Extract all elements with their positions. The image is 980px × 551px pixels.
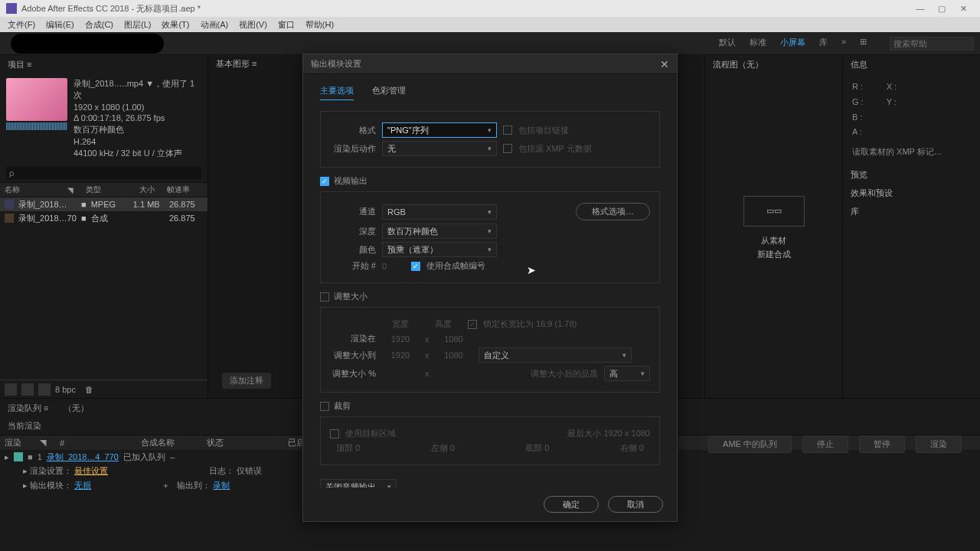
log-value[interactable]: 仅错误 [237,466,262,475]
ok-button[interactable]: 确定 [544,496,599,513]
expand-icon[interactable]: ▸ [5,452,9,462]
dialog-close-icon[interactable]: ✕ [660,58,669,70]
crop-label: 裁剪 [334,400,351,412]
row-name: 录制_2018…70 [18,213,77,224]
new-comp-label: 新建合成 [705,248,842,262]
menu-view[interactable]: 视图(V) [234,18,272,32]
render-button[interactable]: 渲染 [916,435,962,453]
menu-animation[interactable]: 动画(A) [196,18,234,32]
help-search-input[interactable] [890,37,974,51]
col-framerate[interactable]: 帧速率 [159,184,190,195]
workspace-default[interactable]: 默认 [719,37,736,51]
col-compname[interactable]: 合成名称 [141,437,202,448]
include-proj-link-checkbox[interactable] [503,126,512,135]
dialog-titlebar[interactable]: 输出模块设置 ✕ [303,54,677,74]
workspace-standard[interactable]: 标准 [750,37,766,51]
clip-dim: 1920 x 1080 (1.00) [74,103,201,112]
col-name[interactable]: 名称 [5,184,63,195]
maximize-button[interactable]: ▢ [931,2,952,15]
flowchart-tab[interactable]: 流程图（无） [705,55,842,73]
project-tab[interactable]: 项目 ≡ [0,55,207,73]
channel-label: 通道 [330,206,376,217]
render-settings-link[interactable]: 最佳设置 [74,466,108,475]
col-size[interactable]: 大小 [121,184,155,195]
col-type[interactable]: 类型 [86,184,116,195]
pause-button[interactable]: 暂停 [859,435,905,453]
trash-icon[interactable]: 🗑 [85,385,93,394]
new-comp-icon[interactable]: ▭▭ [743,196,805,227]
row-tag: ■ [81,200,87,209]
row-fr: 26.875 [165,200,195,209]
tab-color-management[interactable]: 色彩管理 [372,85,406,100]
clip-colors: 数百万种颜色 [74,124,201,135]
tab-main-options[interactable]: 主要选项 [320,85,354,100]
minimize-button[interactable]: — [910,2,931,15]
menu-file[interactable]: 文件(F) [3,18,40,32]
library-tab[interactable]: 库 [843,203,980,221]
channel-select[interactable]: RGB▾ [382,204,497,220]
ame-queue-button[interactable]: AME 中的队列 [708,435,792,453]
clip-name[interactable]: 录制_2018…..mp4 ▼ [74,79,154,88]
r-label: R : [852,80,864,95]
format-options-button[interactable]: 格式选项… [576,203,650,220]
info-tab[interactable]: 信息 [843,55,980,73]
project-row[interactable]: 录制_2018… ■ MPEG 1.1 MB 26.875 [0,197,207,211]
use-roi-checkbox [330,429,339,439]
color-select[interactable]: 预乘（遮罩）▾ [382,242,497,257]
resize-pct-label: 调整大小 % [330,368,376,380]
use-comp-frame-checkbox[interactable]: ✓ [411,262,420,271]
interpret-icon[interactable] [5,383,17,396]
col-tag[interactable]: ◥ [40,438,55,448]
newfolder-icon[interactable] [21,383,34,396]
menu-window[interactable]: 窗口 [273,18,299,32]
resize-width: 1920 [382,350,419,360]
postrender-select[interactable]: 无▾ [382,141,497,156]
clip-dur: Δ 0:00:17:18, 26.875 fps [74,113,201,122]
video-output-checkbox[interactable]: ✓ [320,177,329,186]
newcomp-icon[interactable] [38,383,51,396]
workspace-small[interactable]: 小屏幕 [780,37,805,51]
project-panel: 项目 ≡ 录制_2018…..mp4 ▼，使用了 1 次 1920 x 1080… [0,55,208,398]
effects-presets-tab[interactable]: 效果和预设 [843,184,980,203]
project-row[interactable]: 录制_2018…70 ■ 合成 26.875 [0,211,207,225]
menu-comp[interactable]: 合成(C) [80,18,118,32]
depth-select[interactable]: 数百万种颜色▾ [382,223,497,239]
row-comp-name[interactable]: 录制_2018…4_770 [47,452,119,463]
footage-thumbnail[interactable] [6,78,67,121]
tool-strip[interactable] [11,34,164,54]
output-module-link[interactable]: 无损 [74,481,91,490]
menu-effect[interactable]: 效果(T) [157,18,194,32]
col-render[interactable]: 渲染 [5,437,35,448]
menu-help[interactable]: 帮助(H) [301,18,338,32]
resize-checkbox[interactable] [320,292,329,302]
crop-checkbox[interactable] [320,402,329,411]
menu-layer[interactable]: 图层(L) [119,18,155,32]
col-status[interactable]: 状态 [207,437,283,448]
close-button[interactable]: ✕ [952,2,974,15]
output-to-link[interactable]: 录制 [213,481,230,490]
workspace-library[interactable]: 库 [819,37,828,51]
row-status: 已加入队列 [123,452,165,463]
render-checkbox[interactable] [14,452,23,461]
stop-button[interactable]: 停止 [802,435,848,453]
render-queue-tab[interactable]: 渲染队列 ≡ [8,403,48,414]
resize-label: 调整大小 [334,291,368,302]
cancel-button[interactable]: 取消 [608,496,663,513]
col-tag[interactable]: ◥ [67,186,81,194]
audio-output-select[interactable]: 关闭音频输出▾ [320,479,397,487]
include-xmp-checkbox[interactable] [503,144,512,153]
format-label: 格式 [330,125,376,136]
project-search-input[interactable] [6,167,201,179]
add-note-button[interactable]: 添加注释 [222,373,271,389]
bpc-label[interactable]: 8 bpc [55,385,76,394]
start-num-value[interactable]: 0 [382,262,405,271]
comp-icon [5,214,14,223]
ess-graphics-tab[interactable]: 基本图形 ≡ [216,58,256,70]
format-select[interactable]: "PNG"序列▾ [382,122,497,138]
preview-tab[interactable]: 预览 [843,166,980,184]
workspace-more-icon[interactable]: » [841,37,846,51]
col-num[interactable]: # [60,439,136,448]
footage-icon [5,200,14,209]
menu-edit[interactable]: 编辑(E) [41,18,79,32]
panel-menu-icon[interactable]: ⊞ [860,37,867,51]
